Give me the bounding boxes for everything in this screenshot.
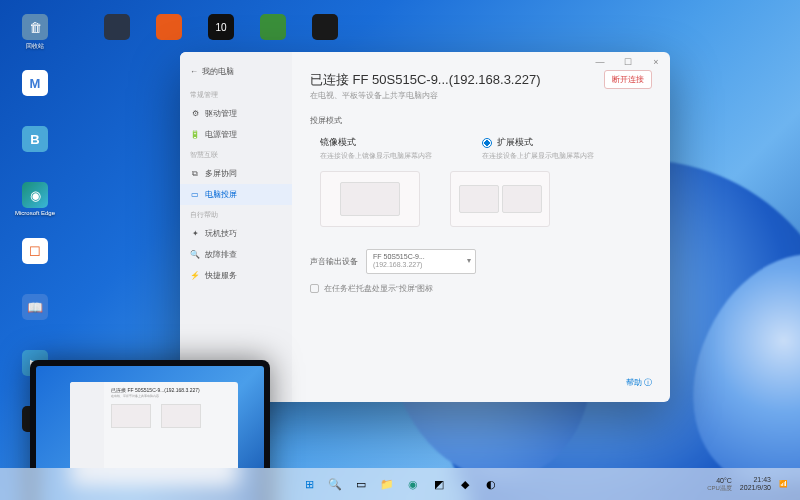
pc-manager-window: ←我的电脑 常规管理 ⚙驱动管理 🔋电源管理 智慧互联 ⧉多屏协同 ▭电脑投屏 … [180, 52, 670, 402]
maximize-button[interactable]: ☐ [614, 52, 642, 72]
desktop-icon[interactable]: 10 [204, 14, 238, 56]
sidebar-group-label: 智慧互联 [180, 145, 292, 163]
cast-icon: ▭ [190, 190, 200, 200]
desktop-icon[interactable] [256, 14, 290, 56]
taskbar-app-button[interactable]: ◐ [481, 474, 501, 494]
desktop-icon[interactable]: 📖 [18, 294, 52, 336]
explorer-button[interactable]: 📁 [377, 474, 397, 494]
disconnect-button[interactable]: 断开连接 [604, 70, 652, 89]
audio-output-label: 声音输出设备 [310, 256, 358, 267]
sidebar-item-multiscreen[interactable]: ⧉多屏协同 [180, 163, 292, 184]
desktop-icon[interactable] [100, 14, 134, 56]
audio-output-select[interactable]: FF 50S515C-9... (192.168.3.227) [366, 249, 476, 274]
desktop-icon[interactable]: M [18, 70, 52, 112]
clock[interactable]: 21:43 2021/9/30 [740, 476, 771, 491]
recycle-bin-icon[interactable]: 🗑回收站 [18, 14, 52, 56]
start-button[interactable]: ⊞ [299, 474, 319, 494]
edge-button[interactable]: ◉ [403, 474, 423, 494]
cpu-temp-label: CPU温度 [707, 485, 732, 492]
titlebar-controls: — ☐ × [586, 52, 670, 72]
devices-icon: ⧉ [190, 169, 200, 179]
taskbar-app-button[interactable]: ◆ [455, 474, 475, 494]
connection-subtext: 在电视、平板等设备上共享电脑内容 [310, 91, 652, 101]
sidebar-group-label: 常规管理 [180, 85, 292, 103]
taskview-button[interactable]: ▭ [351, 474, 371, 494]
sidebar-item-driver[interactable]: ⚙驱动管理 [180, 103, 292, 124]
radio-selected-icon [482, 138, 492, 148]
tray-icon-checkbox[interactable] [310, 284, 319, 293]
close-button[interactable]: × [642, 52, 670, 72]
connection-status: 已连接 FF 50S515C-9...(192.168.3.227) [310, 71, 541, 89]
bolt-icon: ⚡ [190, 271, 200, 281]
desktop-icon[interactable] [152, 14, 186, 56]
sidebar-item-power[interactable]: 🔋电源管理 [180, 124, 292, 145]
mode-extend[interactable]: 扩展模式 在连接设备上扩展显示电脑屏幕内容 [482, 136, 594, 161]
wand-icon: ✦ [190, 229, 200, 239]
taskbar-center: ⊞ 🔍 ▭ 📁 ◉ ◩ ◆ ◐ [299, 474, 501, 494]
extend-thumbnail[interactable] [450, 171, 550, 227]
sidebar-item-tips[interactable]: ✦玩机技巧 [180, 223, 292, 244]
taskbar-tray[interactable]: 40°C CPU温度 21:43 2021/9/30 📶 [707, 476, 788, 491]
mode-mirror[interactable]: 镜像模式 在连接设备上镜像显示电脑屏幕内容 [320, 136, 432, 161]
sidebar-group-label: 自行帮助 [180, 205, 292, 223]
sidebar-item-service[interactable]: ⚡快捷服务 [180, 265, 292, 286]
help-link[interactable]: 帮助 ⓘ [626, 378, 652, 388]
sidebar-item-diagnose[interactable]: 🔍故障排查 [180, 244, 292, 265]
edge-icon[interactable]: ◉Microsoft Edge [18, 182, 52, 224]
battery-icon: 🔋 [190, 130, 200, 140]
sidebar: ←我的电脑 常规管理 ⚙驱动管理 🔋电源管理 智慧互联 ⧉多屏协同 ▭电脑投屏 … [180, 52, 292, 402]
gear-icon: ⚙ [190, 109, 200, 119]
window-title: ←我的电脑 [180, 62, 292, 85]
sidebar-item-cast[interactable]: ▭电脑投屏 [180, 184, 292, 205]
taskbar: ⊞ 🔍 ▭ 📁 ◉ ◩ ◆ ◐ 40°C CPU温度 21:43 2021/9/… [0, 468, 800, 500]
tray-icon[interactable]: 📶 [779, 480, 788, 488]
taskbar-app-button[interactable]: ◩ [429, 474, 449, 494]
cpu-temp: 40°C [707, 477, 732, 485]
mirror-thumbnail[interactable] [320, 171, 420, 227]
search-button[interactable]: 🔍 [325, 474, 345, 494]
mode-section-label: 投屏模式 [310, 115, 652, 126]
desktop-icon[interactable]: B [18, 126, 52, 168]
content-area: — ☐ × 已连接 FF 50S515C-9...(192.168.3.227)… [292, 52, 670, 402]
tray-icon-label: 在任务栏托盘处显示"投屏"图标 [324, 284, 433, 294]
desktop-icon[interactable] [308, 14, 342, 56]
back-icon[interactable]: ← [190, 67, 198, 76]
search-icon: 🔍 [190, 250, 200, 260]
minimize-button[interactable]: — [586, 52, 614, 72]
desktop-top-icon-row: 10 [100, 14, 342, 56]
desktop-icon[interactable]: ☐ [18, 238, 52, 280]
